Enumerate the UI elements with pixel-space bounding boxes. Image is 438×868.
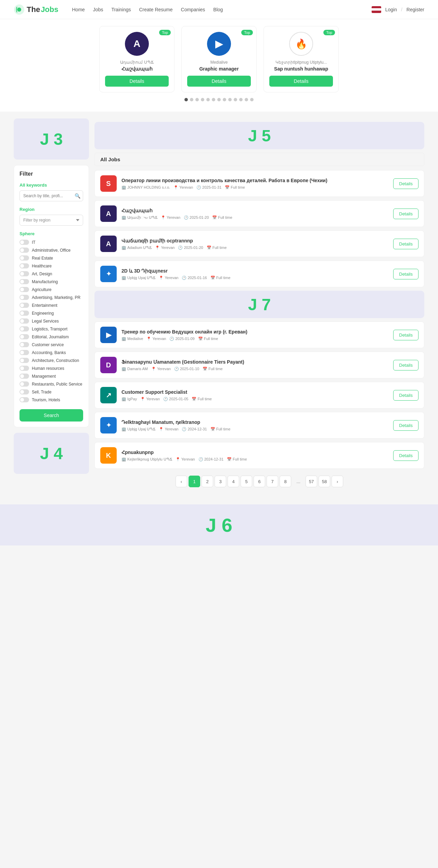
job-type-6: 📅 Full time xyxy=(192,397,212,401)
job-title-2: Վաճ­առ­ql­ի բամf­ի oc­ptrannnp xyxy=(121,238,388,243)
card-details-btn-2[interactable]: Details xyxy=(269,76,333,87)
top-badge-0: Top xyxy=(159,30,171,35)
nav-trainings[interactable]: Trainings xyxy=(111,7,131,12)
dot-1[interactable] xyxy=(190,98,193,101)
logo-icon xyxy=(14,4,25,15)
dot-5[interactable] xyxy=(212,98,215,101)
login-button[interactable]: Login xyxy=(385,7,397,12)
job-details-btn-8[interactable]: Details xyxy=(393,450,418,461)
toggle-editorial[interactable] xyxy=(20,334,29,339)
job-title-4: Тренер по обучению Ведущих онлайн игр (г… xyxy=(121,329,388,335)
toggle-admin[interactable] xyxy=(20,248,29,253)
job-details-btn-5[interactable]: Details xyxy=(393,360,418,370)
toggle-customer[interactable] xyxy=(20,342,29,347)
region-select[interactable]: Filter by region xyxy=(20,215,83,226)
ad-j5: J 5 xyxy=(94,122,424,149)
job-details-btn-7[interactable]: Details xyxy=(393,420,418,431)
nav-home[interactable]: Home xyxy=(72,7,85,12)
job-details-btn-1[interactable]: Details xyxy=(393,209,418,219)
keywords-input[interactable] xyxy=(20,190,83,201)
dot-4[interactable] xyxy=(206,98,210,101)
card-details-btn-1[interactable]: Details xyxy=(187,76,251,87)
register-button[interactable]: Register xyxy=(407,7,424,12)
toggle-logistics[interactable] xyxy=(20,326,29,331)
toggle-restaurants[interactable] xyxy=(20,381,29,387)
dot-2[interactable] xyxy=(195,98,199,101)
language-flag[interactable] xyxy=(372,6,381,13)
page-57[interactable]: 57 xyxy=(306,476,317,487)
job-logo-6: ↗ xyxy=(100,387,117,403)
job-meta-7: 🏢 Upbjg Upaj ՍՊՃ 📍 Yerevan 🕐 2024-12-31 … xyxy=(121,427,388,431)
job-card-1: A Հաշվապահ 🏢 Ադամիும ՍՊՃ 📍 Yerevan 🕐 202… xyxy=(94,200,424,227)
toggle-agriculture[interactable] xyxy=(20,287,29,292)
page-8[interactable]: 8 xyxy=(280,476,291,487)
card-details-btn-0[interactable]: Details xyxy=(105,76,169,87)
page-58[interactable]: 58 xyxy=(319,476,330,487)
search-button[interactable]: Search xyxy=(20,409,83,422)
dot-11[interactable] xyxy=(245,98,248,101)
dot-12[interactable] xyxy=(250,98,254,101)
job-meta-4: 🏢 Medialive 📍 Yerevan 🕐 2025-01-09 📅 Ful… xyxy=(121,337,388,341)
toggle-engineering[interactable] xyxy=(20,311,29,316)
nav-create-resume[interactable]: Create Resume xyxy=(139,7,172,12)
logo[interactable]: The Jobs xyxy=(14,4,58,15)
job-details-btn-3[interactable]: Details xyxy=(393,269,418,279)
job-logo-0: S xyxy=(100,175,117,192)
toggle-sell[interactable] xyxy=(20,389,29,394)
card-company-1: Medialive xyxy=(187,60,251,65)
dot-0[interactable] xyxy=(184,98,188,101)
page-2[interactable]: 2 xyxy=(202,476,213,487)
toggle-hr[interactable] xyxy=(20,366,29,371)
page-prev[interactable]: ‹ xyxy=(176,476,187,487)
job-details-btn-6[interactable]: Details xyxy=(393,390,418,401)
toggle-it[interactable] xyxy=(20,240,29,245)
toggle-realestate[interactable] xyxy=(20,255,29,261)
job-title-5: Ֆinansapynu Մamanatem (Gestionnaire Tier… xyxy=(121,359,388,365)
dot-9[interactable] xyxy=(234,98,237,101)
job-date-4: 🕐 2025-01-09 xyxy=(169,337,194,341)
dot-10[interactable] xyxy=(239,98,243,101)
sphere-sell: Sell, Trade xyxy=(20,389,83,394)
job-type-8: 📅 Full time xyxy=(227,457,247,462)
nav-jobs[interactable]: Jobs xyxy=(93,7,103,12)
page-1[interactable]: 1 xyxy=(189,476,200,487)
job-type-7: 📅 Full time xyxy=(210,427,231,431)
job-type-0: 📅 Full time xyxy=(225,185,245,190)
toggle-accounting[interactable] xyxy=(20,350,29,355)
dot-7[interactable] xyxy=(223,98,226,101)
job-company-2: 🏢 Adadium ՍՊՃ xyxy=(121,246,152,250)
toggle-art[interactable] xyxy=(20,271,29,276)
page-4[interactable]: 4 xyxy=(228,476,239,487)
job-details-btn-4[interactable]: Details xyxy=(393,330,418,340)
sphere-restaurants: Restaurants, Public Service xyxy=(20,381,83,387)
job-location-7: 📍 Yerevan xyxy=(159,427,178,431)
toggle-management[interactable] xyxy=(20,374,29,379)
card-logo-1: ▶ xyxy=(207,32,231,56)
page-6[interactable]: 6 xyxy=(254,476,265,487)
toggle-healthcare[interactable] xyxy=(20,263,29,268)
job-details-btn-0[interactable]: Details xyxy=(393,178,418,189)
toggle-tourism[interactable] xyxy=(20,397,29,402)
nav-companies[interactable]: Companies xyxy=(181,7,205,12)
pagination: ‹ 1 2 3 4 5 6 7 8 ... 57 58 › xyxy=(94,476,424,494)
toggle-entertainment[interactable] xyxy=(20,303,29,308)
card-logo-2: 🔥 xyxy=(289,32,313,56)
toggle-legal[interactable] xyxy=(20,318,29,324)
dot-6[interactable] xyxy=(217,98,221,101)
sphere-legal: Legal Services xyxy=(20,318,83,324)
toggle-architecture[interactable] xyxy=(20,358,29,363)
page-next[interactable]: › xyxy=(332,476,343,487)
card-company-2: Կեջ­տրիt­lpitpnug Utiptylu... xyxy=(269,60,333,65)
page-3[interactable]: 3 xyxy=(215,476,226,487)
dot-8[interactable] xyxy=(228,98,232,101)
page-5[interactable]: 5 xyxy=(241,476,252,487)
main-nav: Home Jobs Trainings Create Resume Compan… xyxy=(72,7,371,12)
job-date-5: 🕐 2025-01-10 xyxy=(174,367,199,371)
sphere-entertainment: Entertainment xyxy=(20,303,83,308)
page-7[interactable]: 7 xyxy=(267,476,278,487)
toggle-manufacturing[interactable] xyxy=(20,279,29,284)
dot-3[interactable] xyxy=(201,98,204,101)
job-details-btn-2[interactable]: Details xyxy=(393,239,418,249)
toggle-advertising[interactable] xyxy=(20,295,29,300)
nav-blog[interactable]: Blog xyxy=(213,7,223,12)
